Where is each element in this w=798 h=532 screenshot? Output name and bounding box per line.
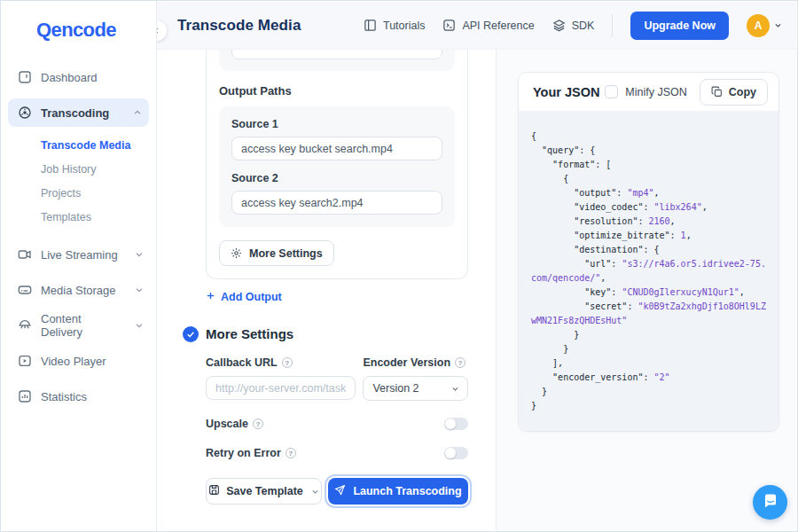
save-icon [208, 484, 220, 498]
sidebar-item-media-storage[interactable]: Media Storage [1, 276, 156, 304]
sidebar-item-video-player[interactable]: Video Player [1, 347, 156, 375]
sdk-label: SDK [572, 20, 595, 32]
live-streaming-icon [17, 247, 32, 262]
more-settings-heading: More Settings [206, 326, 468, 341]
transcoding-icon [17, 106, 32, 121]
check-circle-icon[interactable] [183, 326, 199, 342]
add-output-link[interactable]: Add Output [206, 291, 282, 303]
add-output-label: Add Output [221, 291, 282, 303]
upgrade-now-button[interactable]: Upgrade Now [630, 12, 729, 40]
sidebar-item-content-delivery[interactable]: Content Delivery [1, 311, 156, 340]
sidebar-item-transcode-media[interactable]: Transcode Media [1, 134, 156, 158]
launch-transcoding-label: Launch Transcoding [353, 485, 461, 497]
avatar: A [747, 14, 770, 37]
upscale-row: Upscale ? [206, 418, 468, 430]
sidebar-item-label: Statistics [41, 390, 87, 403]
tutorials-link[interactable]: Tutorials [364, 19, 425, 32]
encoder-version-field: Encoder Version ? Version 2 [363, 356, 468, 401]
chevron-down-icon [451, 385, 459, 393]
upscale-toggle[interactable] [444, 418, 468, 430]
top-bar-actions: Tutorials API Reference SDK Upgrade Now … [364, 12, 796, 40]
json-panel: Your JSON Minify JSON Copy { "query": { … [497, 50, 796, 530]
save-template-button[interactable]: Save Template [206, 478, 322, 505]
output-more-settings-button[interactable]: More Settings [219, 240, 334, 266]
content-delivery-icon [17, 318, 32, 333]
sidebar-item-label: Media Storage [41, 284, 116, 297]
sdk-link[interactable]: SDK [552, 19, 595, 32]
copy-json-button[interactable]: Copy [700, 79, 768, 106]
transcoding-form: Output Paths Source 1 Source 2 M [157, 50, 497, 530]
source-1-input[interactable] [231, 137, 442, 160]
minify-json-checkbox[interactable] [605, 85, 618, 98]
send-rocket-icon [334, 484, 346, 498]
statistics-icon [17, 389, 32, 404]
retry-on-error-row: Retry on Error ? [206, 447, 468, 459]
sidebar-item-live-streaming[interactable]: Live Streaming [1, 240, 156, 269]
callback-url-field: Callback URL ? [206, 356, 356, 401]
sidebar-nav: Dashboard Transcoding Transcode Media Jo… [1, 63, 156, 411]
help-icon[interactable]: ? [286, 448, 296, 458]
chevron-up-icon [133, 108, 142, 117]
output-card: Output Paths Source 1 Source 2 M [206, 50, 468, 279]
video-player-icon [17, 354, 32, 369]
dashboard-icon [17, 70, 32, 85]
minify-json-control[interactable]: Minify JSON [605, 85, 686, 98]
callback-url-label-row: Callback URL ? [206, 356, 356, 369]
more-settings-heading-label: More Settings [206, 326, 293, 341]
encoder-version-select[interactable]: Version 2 [363, 376, 468, 401]
toggle-knob [445, 419, 456, 429]
content-area: Output Paths Source 1 Source 2 M [157, 50, 796, 530]
sidebar-item-label: Content Delivery [41, 312, 126, 339]
callback-url-label: Callback URL [206, 356, 278, 369]
gear-icon [231, 247, 242, 259]
sidebar-item-label: Video Player [41, 355, 106, 368]
copy-button-label: Copy [729, 86, 756, 98]
account-menu[interactable]: A [747, 14, 782, 37]
sidebar-item-projects[interactable]: Projects [1, 182, 156, 206]
page-title: Transcode Media [177, 17, 301, 35]
encoder-version-value: Version 2 [372, 382, 419, 395]
source-1-label: Source 1 [231, 118, 442, 130]
help-icon[interactable]: ? [455, 357, 466, 368]
retry-on-error-toggle[interactable] [444, 447, 468, 459]
sidebar-item-label: Live Streaming [41, 248, 118, 262]
cropped-input[interactable] [231, 50, 442, 59]
api-reference-link[interactable]: API Reference [442, 19, 534, 32]
encoder-version-label: Encoder Version [363, 356, 450, 369]
settings-fields-row: Callback URL ? Encoder Version ? Version… [206, 356, 468, 401]
source-2-input[interactable] [231, 191, 442, 215]
help-icon[interactable]: ? [253, 419, 263, 429]
sidebar-item-statistics[interactable]: Statistics [1, 382, 156, 411]
chevron-down-icon [135, 286, 144, 294]
upscale-label-row: Upscale ? [206, 418, 263, 430]
source-1-group: Source 1 [231, 118, 442, 160]
divider [612, 14, 613, 37]
api-reference-label: API Reference [462, 20, 534, 32]
callback-url-input[interactable] [206, 376, 356, 400]
encoder-version-label-row: Encoder Version ? [363, 356, 468, 369]
chevron-down-icon [311, 488, 319, 496]
qencode-logo[interactable]: Qencode [1, 1, 156, 42]
sidebar-item-job-history[interactable]: Job History [1, 158, 156, 182]
chevron-down-icon [774, 21, 782, 29]
json-code-block[interactable]: { "query": { "format": [ { "output": "mp… [519, 111, 778, 431]
sources-card: Source 1 Source 2 [219, 106, 455, 227]
sidebar: Qencode Dashboard Transcoding Transcode … [1, 1, 157, 531]
output-paths-label: Output Paths [219, 84, 455, 98]
chevron-down-icon [135, 321, 144, 330]
sidebar-item-label: Dashboard [41, 71, 98, 84]
json-title: Your JSON [533, 85, 599, 99]
sidebar-item-transcoding[interactable]: Transcoding [8, 98, 149, 127]
cropped-source-card [219, 50, 455, 71]
more-settings-button-label: More Settings [249, 247, 323, 260]
app-window: Qencode Dashboard Transcoding Transcode … [0, 0, 798, 532]
chat-bubble-icon [763, 493, 778, 512]
book-icon [364, 19, 377, 32]
help-icon[interactable]: ? [282, 357, 293, 368]
sidebar-item-dashboard[interactable]: Dashboard [1, 63, 156, 91]
chevron-down-icon [135, 250, 144, 259]
launch-transcoding-button[interactable]: Launch Transcoding [328, 478, 468, 505]
sidebar-item-templates[interactable]: Templates [1, 206, 156, 230]
chat-widget-button[interactable] [753, 485, 787, 520]
form-actions: Save Template Launch Transcoding [206, 478, 468, 505]
